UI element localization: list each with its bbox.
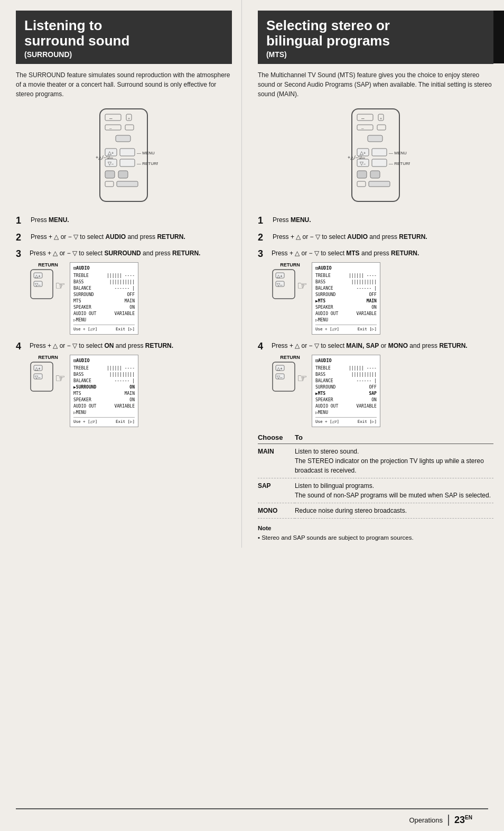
r-step-3-illus: RETURN △+ ▽– ☞ <box>272 262 493 335</box>
step-text-3: Press + △ or − ▽ to select SURROUND and … <box>30 248 232 258</box>
svg-rect-5 <box>105 125 121 130</box>
step-3-illus: RETURN △+ ▽– ☞ <box>30 262 232 335</box>
svg-text:–: – <box>361 126 364 131</box>
step-2-left: 2 Press + △ or − ▽ to select AUDIO and p… <box>16 232 232 244</box>
top-sections: Listening to surround sound (SURROUND) T… <box>0 0 504 548</box>
r-step-text-4: Press + △ or − ▽ to select MAIN, SAP or … <box>272 341 493 350</box>
left-remote-diagram: – + – +△/−▽ △ + — M <box>16 106 232 207</box>
step-4-left: 4 Press + △ or − ▽ to select ON and pres… <box>16 341 232 427</box>
svg-rect-7 <box>125 125 134 130</box>
to-col-header: To <box>295 433 493 444</box>
note-text: • Stereo and SAP sounds are subject to p… <box>258 534 414 541</box>
svg-text:+: + <box>111 151 114 155</box>
left-title: Listening to surround sound <box>24 18 223 48</box>
right-section-header: Selecting stereo or bilingual programs (… <box>258 11 493 64</box>
note-section: Note • Stereo and SAP sounds are subject… <box>258 524 493 542</box>
svg-text:△+: △+ <box>277 366 283 371</box>
svg-text:— MENU: — MENU <box>137 151 155 155</box>
svg-text:–: – <box>109 115 113 121</box>
svg-text:+: + <box>380 117 382 121</box>
r-step-num-4: 4 <box>258 341 269 353</box>
svg-text:–: – <box>109 126 112 131</box>
svg-text:▽: ▽ <box>108 161 111 166</box>
svg-rect-58 <box>357 171 367 178</box>
r-step-text-1: Press MENU. <box>273 215 493 225</box>
choose-table-body: MAIN Listen to stereo sound.The STEREO i… <box>258 444 493 519</box>
step-1-right: 1 Press MENU. <box>258 215 493 227</box>
side-tab <box>493 11 504 63</box>
svg-text:▽–: ▽– <box>35 282 41 287</box>
table-row-mono: MONO Reduce noise during stereo broadcas… <box>258 503 493 519</box>
choose-mono: MONO <box>258 503 295 519</box>
left-column: Listening to surround sound (SURROUND) T… <box>0 0 242 548</box>
step-num-4: 4 <box>16 341 27 353</box>
svg-rect-1 <box>105 114 121 121</box>
svg-rect-21 <box>105 171 115 178</box>
svg-text:— RETURN: — RETURN <box>389 161 410 166</box>
r-step-4-illus: RETURN △+ ▽– ☞ <box>272 355 493 427</box>
step3-remote-svg: △+ ▽– ☞ <box>30 269 67 303</box>
step4-remote-svg: △+ ▽– ☞ <box>30 361 67 395</box>
r-step-num-2: 2 <box>258 232 269 244</box>
svg-text:▽–: ▽– <box>35 375 41 380</box>
r-step-4-content: Press + △ or − ▽ to select MAIN, SAP or … <box>272 341 493 427</box>
note-label: Note <box>258 525 272 531</box>
step-text-4: Press + △ or − ▽ to select ON and press … <box>30 341 232 350</box>
remote-svg-left: – + – +△/−▽ △ + — M <box>89 106 158 207</box>
step-4-right: 4 Press + △ or − ▽ to select MAIN, SAP o… <box>258 341 493 427</box>
right-description: The Multichannel TV Sound (MTS) feature … <box>258 70 493 99</box>
r-step-num-1: 1 <box>258 215 269 227</box>
svg-rect-38 <box>357 114 373 121</box>
svg-text:△+: △+ <box>35 366 41 371</box>
right-subtitle: (MTS) <box>266 50 485 59</box>
step-1-left: 1 Press MENU. <box>16 215 232 227</box>
page-footer: Operations 23EN <box>16 808 488 831</box>
svg-rect-45 <box>368 135 382 142</box>
r-step-num-3: 3 <box>258 248 269 260</box>
step3-remote-group: RETURN △+ ▽– ☞ <box>30 262 67 303</box>
svg-rect-8 <box>116 135 130 142</box>
svg-rect-19 <box>120 159 135 167</box>
right-title: Selecting stereo or bilingual programs <box>266 18 485 48</box>
svg-rect-23 <box>105 181 114 187</box>
r-step3-remote-svg: △+ ▽– ☞ <box>272 269 309 303</box>
step-3-left: 3 Press + △ or − ▽ to select SURROUND an… <box>16 248 232 335</box>
r-return-label-3: RETURN <box>280 262 300 267</box>
left-description: The SURROUND feature simulates sound rep… <box>16 70 232 99</box>
svg-text:☞: ☞ <box>297 279 307 292</box>
right-steps: 1 Press MENU. 2 Press + △ or − ▽ to sele… <box>258 215 493 542</box>
svg-text:▽: ▽ <box>360 161 363 166</box>
svg-text:— RETURN: — RETURN <box>137 161 158 166</box>
svg-rect-42 <box>357 125 373 130</box>
r-step-text-3: Press + △ or − ▽ to select MTS and press… <box>272 248 493 258</box>
svg-rect-59 <box>370 171 380 178</box>
ops-label: Operations <box>409 816 443 824</box>
left-steps: 1 Press MENU. 2 Press + △ or − ▽ to sele… <box>16 215 232 427</box>
r-step4-osd: ⊡AUDIO TREBLE|||||| ---- BASS|||||||||| … <box>312 355 380 427</box>
choose-table: Choose To MAIN Listen to stereo sound.Th… <box>258 433 493 519</box>
svg-text:☞: ☞ <box>55 279 66 292</box>
svg-text:△+: △+ <box>35 274 41 279</box>
r-step4-remote-svg: △+ ▽– ☞ <box>272 361 309 395</box>
r-step-3-content: Press + △ or − ▽ to select MTS and press… <box>272 248 493 335</box>
svg-text:▽–: ▽– <box>277 282 283 287</box>
right-column: Selecting stereo or bilingual programs (… <box>242 0 504 548</box>
svg-text:▽–: ▽– <box>277 375 283 380</box>
left-subtitle: (SURROUND) <box>24 50 223 59</box>
table-row-main: MAIN Listen to stereo sound.The STEREO i… <box>258 444 493 478</box>
r-step3-osd: ⊡AUDIO TREBLE|||||| ---- BASS|||||||||| … <box>312 262 380 335</box>
step-num-2: 2 <box>16 232 27 244</box>
svg-rect-14 <box>120 149 135 156</box>
step-num-3: 3 <box>16 248 27 260</box>
svg-text:☞: ☞ <box>297 372 307 385</box>
svg-rect-51 <box>372 149 387 156</box>
svg-rect-22 <box>118 171 128 178</box>
to-main: Listen to stereo sound.The STEREO indica… <box>295 444 493 478</box>
choose-table-header: Choose To <box>258 433 493 444</box>
svg-text:–: – <box>361 115 365 121</box>
svg-rect-24 <box>117 181 138 187</box>
r-step4-remote-group: RETURN △+ ▽– ☞ <box>272 355 309 395</box>
svg-text:+: + <box>128 117 130 121</box>
page-number: 23EN <box>448 815 472 826</box>
choose-sap: SAP <box>258 478 295 503</box>
